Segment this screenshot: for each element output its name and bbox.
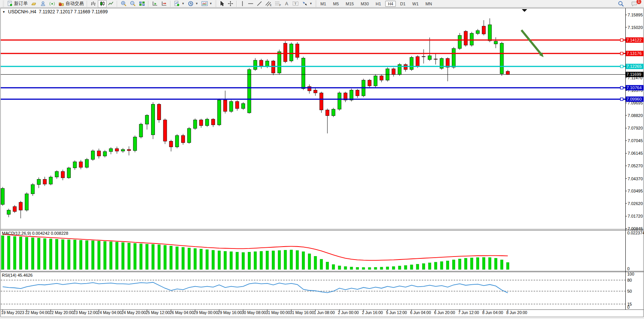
line-end-marker[interactable]: [620, 87, 623, 89]
fibonacci-button[interactable]: F: [273, 0, 283, 8]
candlestick: [91, 151, 95, 159]
time-tick-label: 2 Jun 00:00: [338, 310, 359, 315]
timeframe-button-h1[interactable]: H1: [373, 1, 384, 7]
terminal-button[interactable]: [38, 0, 48, 8]
candlestick: [85, 159, 89, 167]
candlestick: [223, 100, 227, 111]
time-tick-label: 5 Jun 12:00: [386, 310, 407, 315]
candlestick: [314, 90, 317, 93]
cursor-button[interactable]: [218, 0, 226, 8]
price-badge-label: 7.13176: [626, 51, 642, 56]
templates-dropdown-arrow[interactable]: ▼: [209, 2, 212, 5]
candlestick: [374, 76, 377, 86]
notifications-button[interactable]: 1: [630, 0, 639, 8]
chart-window[interactable]: 0.0223740 1008050150 7.158957.150207.114…: [0, 0, 644, 319]
chart-shift-button[interactable]: [159, 0, 169, 8]
search-button[interactable]: [616, 0, 626, 8]
zoom-in-button[interactable]: [119, 0, 128, 8]
symbol-dropdown-arrow[interactable]: ▼: [2, 10, 5, 14]
candlestick: [470, 33, 473, 45]
macd-histogram-bar: [128, 243, 130, 269]
line-end-marker[interactable]: [620, 39, 623, 42]
macd-histogram-bar: [67, 240, 70, 269]
tile-windows-button[interactable]: [137, 0, 147, 8]
timeframe-button-mn[interactable]: MN: [423, 1, 435, 7]
chart-title: ▼ USDCNH-,H4 7.11922 7.12017 7.11669 7.1…: [2, 9, 108, 14]
macd-histogram-bar: [7, 236, 10, 269]
macd-histogram-bar: [212, 250, 215, 269]
bar-chart-button[interactable]: [89, 0, 98, 8]
templates-button[interactable]: ▼: [200, 0, 214, 8]
time-tick-label: 6 Jun 20:00: [434, 310, 455, 315]
equidistant-channel-button[interactable]: E: [264, 0, 273, 8]
text-label-button[interactable]: T: [291, 0, 300, 8]
vertical-line-button[interactable]: [239, 0, 246, 8]
macd-histogram-bar: [170, 246, 172, 269]
line-end-marker[interactable]: [620, 52, 623, 55]
macd-signal-value: 0.008228: [51, 231, 68, 236]
quotes-button[interactable]: [29, 0, 38, 8]
macd-histogram-bar: [332, 264, 335, 269]
macd-histogram-bar: [266, 251, 269, 269]
candlestick-chart-button[interactable]: [98, 0, 107, 8]
candlestick: [410, 58, 413, 70]
periods-button[interactable]: ▼: [186, 0, 200, 8]
macd-histogram-bar: [80, 240, 82, 269]
candlestick: [49, 177, 53, 184]
new-order-button[interactable]: 新订单: [5, 0, 29, 8]
candlestick: [182, 136, 185, 143]
timeframe-button-w1[interactable]: W1: [410, 1, 421, 7]
timeframe-button-m15[interactable]: M15: [343, 1, 356, 7]
timeframe-button-m30[interactable]: M30: [358, 1, 371, 7]
timeframe-button-h4[interactable]: H4: [385, 1, 396, 7]
price-tick-label: 7.08820: [628, 113, 643, 118]
toolbar-grip[interactable]: [315, 1, 317, 7]
macd-histogram-bar: [248, 252, 250, 269]
toolbar-grip[interactable]: [3, 1, 4, 7]
macd-histogram-bar: [152, 244, 155, 269]
candlestick: [25, 194, 29, 210]
macd-histogram-bar: [2, 236, 4, 269]
time-axis[interactable]: 19 May 202322 May 04:0022 May 20:0023 Ma…: [1, 310, 527, 315]
timeframe-toolbar: M1M5M15M30H1H4D1W1MN: [318, 1, 435, 7]
line-end-marker[interactable]: [620, 98, 623, 101]
horizontal-line-button[interactable]: [246, 0, 255, 8]
arrows-button[interactable]: ▼: [300, 0, 314, 8]
autotrading-label: 自动交易: [65, 0, 84, 7]
timeframe-button-m5[interactable]: M5: [330, 1, 341, 7]
macd-histogram-bar: [320, 259, 323, 269]
candlestick: [97, 151, 100, 156]
vertical-line-icon: [240, 1, 245, 6]
text-button[interactable]: A: [283, 0, 291, 8]
timeframe-button-m1[interactable]: M1: [318, 1, 329, 7]
auto-scroll-button[interactable]: [150, 0, 159, 8]
arrows-dropdown-arrow[interactable]: ▼: [309, 2, 312, 5]
signal-button[interactable]: [48, 0, 57, 8]
autotrading-button[interactable]: 自动交易: [57, 0, 85, 8]
trendline-button[interactable]: [255, 0, 264, 8]
macd-histogram-bar: [13, 236, 16, 269]
line-end-marker[interactable]: [620, 65, 623, 68]
rsi-axis-label: 80: [627, 278, 632, 282]
candlestick: [139, 124, 143, 137]
candlestick: [43, 179, 46, 184]
candlestick: [320, 93, 323, 110]
toolbar-grip[interactable]: [215, 1, 217, 7]
timeframe-button-d1[interactable]: D1: [397, 1, 408, 7]
candlestick: [37, 179, 40, 184]
periods-dropdown-arrow[interactable]: ▼: [195, 2, 198, 5]
horizontal-line-icon: [248, 1, 253, 6]
macd-histogram-bar: [416, 264, 419, 269]
cursor-icon: [219, 1, 225, 6]
line-chart-button[interactable]: [107, 0, 115, 8]
fibonacci-icon: F: [275, 1, 281, 6]
indicators-dropdown-arrow[interactable]: ▼: [182, 2, 185, 5]
toolbar-separator: [87, 1, 88, 7]
candlestick: [253, 60, 257, 69]
indicators-button[interactable]: ▼: [172, 0, 186, 8]
price-badge-label: 7.14122: [626, 38, 642, 42]
svg-text:E: E: [270, 4, 272, 6]
zoom-out-button[interactable]: [128, 0, 137, 8]
candlestick: [67, 168, 70, 178]
crosshair-button[interactable]: [226, 0, 235, 8]
